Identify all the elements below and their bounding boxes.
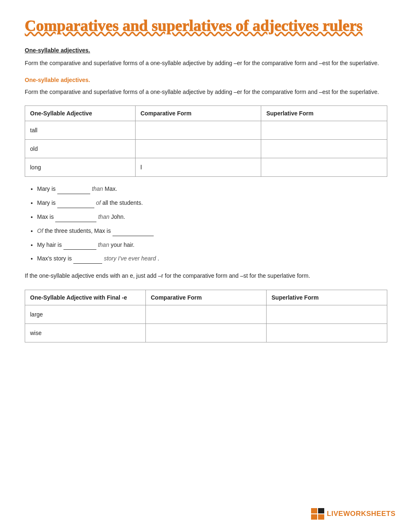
bullet3-prefix: Max is (37, 213, 55, 220)
table1-row3-col2[interactable] (135, 158, 261, 177)
section2-block: One-syllable adjectives. Form the compar… (25, 77, 387, 96)
table2-row1-col2[interactable] (146, 305, 267, 323)
table2-row2-col3[interactable] (267, 323, 387, 342)
bullet6-blank[interactable] (73, 257, 102, 264)
table1-row2-col2-input[interactable] (140, 145, 256, 152)
table2-row1-col3-input[interactable] (272, 311, 382, 318)
section1-block: One-syllable adjectives. Form the compar… (25, 47, 387, 68)
table1-row3-col1: long (25, 158, 136, 177)
list-item: Mary is of all the students. (37, 198, 387, 208)
bullet4-blank[interactable] (112, 230, 154, 236)
list-item: Mary is than Max. (37, 184, 387, 194)
table2-row1-col2-input[interactable] (151, 311, 261, 318)
table1-header-col3: Superlative Form (261, 106, 387, 121)
list-item: Max is than John. (37, 212, 387, 222)
bullet6-suffix: . (157, 255, 159, 262)
table1-row1-col3[interactable] (261, 121, 387, 140)
bullet5-prefix: My hair is (37, 241, 63, 248)
table1-row1-col2-input[interactable] (140, 127, 256, 134)
list-item: Max's story is story I've ever heard . (37, 254, 387, 264)
logo-icon-q4 (318, 514, 324, 520)
bullet5-blank[interactable] (63, 243, 96, 250)
logo-icon-q1 (311, 508, 317, 513)
logo-icon-q2 (318, 508, 324, 513)
table2-row2-col2[interactable] (146, 323, 267, 342)
bullet6-hint: story I've ever heard (104, 255, 156, 262)
table1-row3-col3-input[interactable] (266, 164, 382, 171)
table-row: large (25, 305, 387, 323)
table2-header-col3: Superlative Form (267, 290, 387, 305)
bullet3-blank[interactable] (55, 216, 96, 222)
bullet1-hint: than (92, 185, 105, 192)
table1: One-Syllable Adjective Comparative Form … (25, 105, 387, 177)
page-title: Comparatives and superlatives of adjecti… (25, 16, 387, 35)
table-row: wise (25, 323, 387, 342)
table1-row1-col3-input[interactable] (266, 127, 382, 134)
section1-body: Form the comparative and superlative for… (25, 59, 387, 68)
bullet4-of: Of (37, 227, 43, 234)
bullet2-blank[interactable] (57, 202, 94, 208)
section3-body: If the one-syllable adjective ends with … (25, 271, 387, 280)
bullet5-hint: than (98, 241, 111, 248)
bullet4-prefix: the three students, Max is (45, 227, 112, 234)
section3-block: If the one-syllable adjective ends with … (25, 271, 387, 280)
logo-icon (311, 508, 324, 520)
list-item: Of the three students, Max is (37, 226, 387, 236)
section2-body: Form the comparative and superlative for… (25, 87, 387, 96)
section1-heading: One-syllable adjectives. (25, 47, 387, 54)
bullet2-hint: of (96, 199, 103, 206)
table2-row2-col3-input[interactable] (272, 330, 382, 336)
bullet2-prefix: Mary is (37, 199, 57, 206)
table1-row3-col3[interactable] (261, 158, 387, 177)
logo-live: LIVE (327, 510, 343, 518)
table2-row2-col2-input[interactable] (151, 330, 261, 336)
bullet3-hint: than (98, 213, 111, 220)
table-row: long (25, 158, 387, 177)
table1-header-col2: Comparative Form (135, 106, 261, 121)
logo-icon-q3 (311, 514, 317, 520)
logo-worksheets-text: WORKSHEETS (343, 510, 396, 518)
list-item: My hair is than your hair. (37, 240, 387, 250)
table1-row1-col2[interactable] (135, 121, 261, 140)
logo-text: LIVELIVEWORKSHEETSWORKSHEETS (327, 510, 396, 518)
table2-row2-col1: wise (25, 323, 146, 342)
bullet6-prefix: Max's story is (37, 255, 73, 262)
table-row: old (25, 140, 387, 158)
table2-header-col1: One-Syllable Adjective with Final -e (25, 290, 146, 305)
table1-row2-col1: old (25, 140, 136, 158)
section2-heading: One-syllable adjectives. (25, 77, 387, 83)
table-row: tall (25, 121, 387, 140)
bullet1-blank[interactable] (57, 187, 90, 194)
table1-header-col1: One-Syllable Adjective (25, 106, 136, 121)
table2: One-Syllable Adjective with Final -e Com… (25, 290, 387, 342)
table1-row1-col1: tall (25, 121, 136, 140)
table1-row2-col3-input[interactable] (266, 145, 382, 152)
bullet1-prefix: Mary is (37, 185, 57, 192)
table2-header-col2: Comparative Form (146, 290, 267, 305)
bullet2-suffix: all the students. (102, 199, 143, 206)
bullet1-suffix: Max. (105, 185, 117, 192)
table1-row2-col2[interactable] (135, 140, 261, 158)
liveworksheets-logo: LIVELIVEWORKSHEETSWORKSHEETS (311, 508, 396, 520)
bullet5-suffix: your hair. (111, 241, 135, 248)
bullet-list: Mary is than Max. Mary is of all the stu… (25, 184, 387, 264)
table1-row2-col3[interactable] (261, 140, 387, 158)
bullet3-suffix: John. (111, 213, 125, 220)
table2-row1-col1: large (25, 305, 146, 323)
table1-row3-col2-input[interactable] (140, 164, 256, 171)
table2-row1-col3[interactable] (267, 305, 387, 323)
